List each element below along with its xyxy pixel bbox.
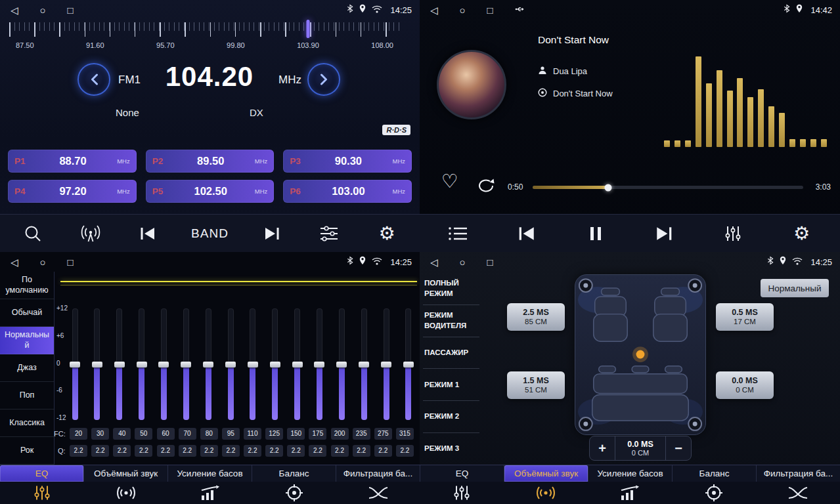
dial-pointer[interactable] [307,20,310,38]
balance-icon-left[interactable] [252,484,336,501]
tab-surround-left[interactable]: Объёмный звук [84,465,168,482]
eq-band-slider[interactable] [336,308,347,420]
repeat-icon[interactable] [476,177,496,197]
broadcast-icon[interactable] [76,224,105,243]
audio-settings-icon[interactable] [315,225,343,242]
surround-icon-left[interactable] [84,485,168,501]
tab-filter-left[interactable]: Фильтрация ба... [336,465,420,482]
settings-gear-icon[interactable]: ⚙ [787,224,816,243]
previous-track-button[interactable] [133,226,162,241]
eq-q-value: 2.2 [374,445,392,457]
filter-icon-left[interactable] [336,485,420,501]
eq-band-slider[interactable] [70,308,80,420]
filter-icon-right[interactable] [756,485,840,501]
recents-icon[interactable]: □ [487,5,493,15]
preset-button-p6[interactable]: P6 103.00 MHz [283,180,412,203]
preset-frequency: 89.50 [169,155,252,167]
delay-front-right[interactable]: 0.5 MS 17 CM [716,303,774,331]
search-button[interactable] [18,224,47,243]
eq-icon-right[interactable] [420,485,504,501]
next-track-button[interactable] [257,226,286,241]
progress-bar[interactable] [533,186,803,189]
tab-balance-right[interactable]: Баланс [673,465,757,482]
tab-filter-right[interactable]: Фильтрация ба... [757,465,840,482]
preset-button-p4[interactable]: P4 97.20 MHz [8,180,137,203]
recents-icon[interactable]: □ [487,257,493,267]
eq-preset-rock[interactable]: Рок [0,437,54,465]
eq-band-slider[interactable] [114,308,125,420]
tab-balance-left[interactable]: Баланс [252,465,336,482]
home-icon[interactable]: ○ [460,257,466,267]
back-icon[interactable]: ◁ [11,257,18,267]
tab-surround-right[interactable]: Объёмный звук [504,465,588,482]
eq-band-slider[interactable] [158,308,169,420]
eq-preset-classic[interactable]: Классика [0,410,54,437]
delay-rear-right[interactable]: 0.0 MS 0 CM [716,371,774,399]
bass-boost-icon-right[interactable] [588,485,672,501]
preset-button-p3[interactable]: P3 90.30 MHz [283,150,412,173]
eq-band-slider[interactable] [248,308,258,420]
eq-band-slider[interactable] [137,308,147,420]
eq-preset-normal[interactable]: Нормальный [0,327,54,354]
home-icon[interactable]: ○ [40,5,46,15]
delay-decrease-button[interactable]: − [666,436,691,460]
seek-up-button[interactable] [307,63,340,96]
preset-button-p1[interactable]: P1 88.70 MHz [8,150,137,173]
home-icon[interactable]: ○ [40,257,46,267]
delay-rear-left[interactable]: 1.5 MS 51 CM [507,371,565,399]
preset-grid: P1 88.70 MHz P2 89.50 MHz P3 90.30 MHz P… [8,150,412,203]
progress-thumb[interactable] [605,184,612,191]
back-icon[interactable]: ◁ [430,257,438,267]
mode-3[interactable]: РЕЖИМ 3 [423,433,479,465]
band-button[interactable]: BAND [191,226,229,241]
home-icon[interactable]: ○ [460,5,466,15]
mode-passenger[interactable]: ПАССАЖИР [423,337,479,369]
eq-band-slider[interactable] [314,308,324,420]
seek-down-button[interactable] [77,63,110,96]
pause-button[interactable] [581,226,610,242]
recents-icon[interactable]: □ [68,257,74,267]
eq-band-slider[interactable] [225,308,236,420]
preset-button-p5[interactable]: P5 102.50 MHz [146,180,275,203]
eq-preset-default[interactable]: По умолчанию [0,272,54,299]
mode-1[interactable]: РЕЖИМ 1 [423,369,479,401]
spectrum-bar [685,140,691,147]
settings-gear-icon[interactable]: ⚙ [372,224,401,243]
eq-band-slider[interactable] [381,308,391,420]
preset-button-p2[interactable]: P2 89.50 MHz [146,150,275,173]
mode-full[interactable]: ПОЛНЫЙ РЕЖИМ [423,273,479,305]
back-icon[interactable]: ◁ [11,5,18,15]
recents-icon[interactable]: □ [68,5,74,15]
eq-band-slider[interactable] [270,308,280,420]
favorite-icon[interactable]: ♡ [441,172,458,191]
tab-bass-right[interactable]: Усиление басов [588,465,673,482]
frequency-ruler[interactable]: 87.50 91.60 95.70 99.80 103.90 108.00 [9,22,400,56]
eq-preset-pop[interactable]: Поп [0,382,54,410]
eq-band-slider[interactable] [203,308,213,420]
mode-driver[interactable]: РЕЖИМ ВОДИТЕЛЯ [423,305,479,337]
next-track-button[interactable] [650,226,678,242]
eq-band-slider[interactable] [403,308,414,420]
balance-icon-right[interactable] [672,484,756,501]
eq-band-slider[interactable] [92,308,102,420]
tab-bass-left[interactable]: Усиление басов [168,465,252,482]
eq-preset-custom[interactable]: Обычай [0,299,54,327]
eq-icon-left[interactable] [0,485,84,501]
bass-boost-icon-left[interactable] [168,485,252,501]
mode-2[interactable]: РЕЖИМ 2 [423,401,479,433]
previous-track-button[interactable] [512,226,541,242]
eq-preset-jazz[interactable]: Джаз [0,354,54,382]
sound-profile-button[interactable]: Нормальный [761,279,829,297]
back-icon[interactable]: ◁ [430,5,438,15]
equalizer-icon[interactable] [718,225,747,242]
eq-band-slider[interactable] [359,308,369,420]
delay-increase-button[interactable]: + [590,436,615,460]
playlist-icon[interactable] [443,226,472,242]
eq-band-slider[interactable] [292,308,303,420]
eq-band-slider[interactable] [181,308,191,420]
tab-eq-left[interactable]: EQ [0,465,84,482]
surround-icon-right[interactable] [504,485,588,501]
tab-eq-right[interactable]: EQ [420,465,504,482]
delay-front-left[interactable]: 2.5 MS 85 CM [507,303,565,331]
album-art [437,50,506,119]
